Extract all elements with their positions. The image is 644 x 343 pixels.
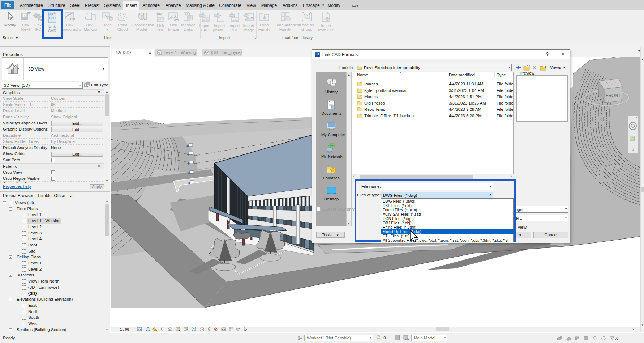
svg-text::0: :0 <box>615 336 618 340</box>
svg-text:N: N <box>606 81 608 85</box>
svg-text:✕: ✕ <box>635 116 638 119</box>
svg-text:R: R <box>317 52 319 56</box>
svg-text:⇅: ⇅ <box>631 148 634 152</box>
svg-text:PDF: PDF <box>158 17 164 21</box>
svg-text:FRONT: FRONT <box>606 93 621 98</box>
svg-text:PDF: PDF <box>232 18 238 21</box>
